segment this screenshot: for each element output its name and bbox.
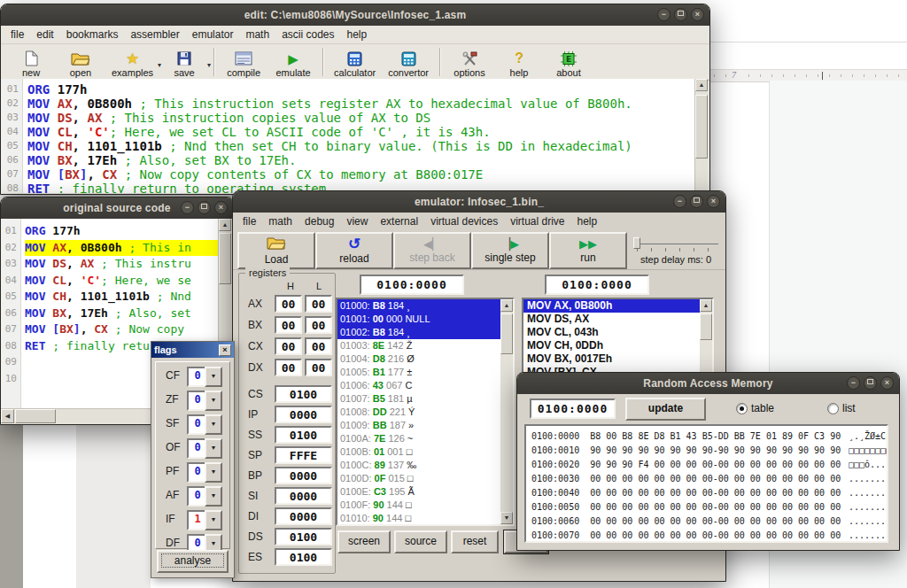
emu-menu-item-debug[interactable]: debug <box>298 213 340 229</box>
menu-item-bookmarks[interactable]: bookmarks <box>60 27 125 43</box>
register-SP-field[interactable]: FFFE <box>275 446 332 464</box>
about-button[interactable]: Eabout <box>544 44 593 80</box>
edit-vscrollbar[interactable]: ▲ <box>694 79 708 193</box>
reset-button[interactable]: reset <box>451 530 499 553</box>
menu-item-help[interactable]: help <box>341 27 374 43</box>
memory-row[interactable]: 01009: BB 187 » <box>337 419 500 432</box>
memory-row[interactable]: 01000: B8 184 ¸ <box>337 299 500 313</box>
emu-menu-item-virtual-devices[interactable]: virtual devices <box>424 213 504 229</box>
register-BX-l-field[interactable]: 00 <box>305 316 332 334</box>
disassembly-row[interactable]: MOV CL, 043h <box>523 326 700 339</box>
register-DI-field[interactable]: 0000 <box>275 507 332 525</box>
scroll-up-icon[interactable]: ▲ <box>695 79 708 91</box>
memory-row[interactable]: 01001: 00 000 NULL <box>337 313 500 326</box>
register-BX-h-field[interactable]: 00 <box>275 316 302 334</box>
source-window-titlebar[interactable]: original source code − × <box>1 197 233 219</box>
screen-button[interactable]: screen <box>337 530 391 553</box>
step-delay-slider[interactable] <box>633 244 718 244</box>
new-button[interactable]: new <box>6 44 56 80</box>
flag-PF-dropdown-icon[interactable]: ▼ <box>205 462 222 483</box>
register-CX-h-field[interactable]: 00 <box>275 337 302 355</box>
scroll-thumb[interactable] <box>500 313 513 354</box>
edit-code-editor[interactable]: 0102030405060708 ORG 177hMOV AX, 0B800h … <box>1 79 708 193</box>
step-delay-thumb[interactable] <box>633 237 640 249</box>
calculator-button[interactable]: calculator <box>328 44 382 80</box>
scroll-up-icon[interactable]: ▲ <box>219 219 231 231</box>
scroll-left-icon[interactable]: ◀ <box>1 409 14 423</box>
compile-button[interactable]: compile <box>219 44 268 80</box>
help-button[interactable]: ?help <box>494 44 544 80</box>
menu-item-assembler[interactable]: assembler <box>124 27 185 43</box>
memory-row[interactable]: 01003: 8E 142 Ž <box>337 339 500 352</box>
scroll-up-icon[interactable]: ▲ <box>500 299 513 312</box>
emu-menu-item-file[interactable]: file <box>236 213 262 229</box>
flag-SF-dropdown-icon[interactable]: ▼ <box>205 414 222 435</box>
memory-row[interactable]: 0100B: 01 001 □ <box>337 445 500 459</box>
source-button[interactable]: source <box>394 530 447 553</box>
emu-menu-item-help[interactable]: help <box>571 213 604 229</box>
menu-item-math[interactable]: math <box>239 27 275 43</box>
scroll-thumb[interactable] <box>695 95 708 159</box>
options-button[interactable]: options <box>445 44 494 80</box>
memory-scrollbar[interactable]: ▲ ▼ <box>500 299 513 524</box>
convertor-button[interactable]: convertor <box>382 44 435 80</box>
memory-row[interactable]: 0100A: 7E 126 ~ <box>337 432 500 445</box>
maximize-icon[interactable] <box>864 376 877 390</box>
disassembly-row[interactable]: MOV CH, 0DDh <box>523 339 700 352</box>
memory-row[interactable]: 0100D: 0F 015 □ <box>337 472 500 485</box>
memory-row[interactable]: 0100F: 90 144 □ <box>337 499 500 512</box>
analyse-button[interactable]: analyse <box>157 550 229 573</box>
memory-row[interactable]: 01002: B8 184 ¸ <box>337 326 500 339</box>
emu-menu-item-virtual-drive[interactable]: virtual drive <box>504 213 570 229</box>
scroll-down-icon[interactable]: ▼ <box>500 512 513 524</box>
register-ES-field[interactable]: 0100 <box>275 548 332 566</box>
register-AX-h-field[interactable]: 00 <box>275 295 302 313</box>
register-BP-field[interactable]: 0000 <box>275 467 332 484</box>
scroll-thumb[interactable] <box>700 313 712 340</box>
memory-row[interactable]: 0100C: 89 137 ‰ <box>337 459 500 472</box>
scroll-thumb[interactable] <box>219 233 231 284</box>
memory-row[interactable]: 01008: DD 221 Ý <box>337 406 500 419</box>
edit-window-titlebar[interactable]: edit: C:\emu8086\MySource\Infosec_1.asm … <box>1 4 709 26</box>
menu-item-edit[interactable]: edit <box>30 27 59 43</box>
emulate-button[interactable]: ▶emulate <box>268 44 318 80</box>
emu-menu-item-external[interactable]: external <box>374 213 424 229</box>
register-SI-field[interactable]: 0000 <box>275 487 332 505</box>
code-area[interactable]: ORG 177hMOV AX, 0B800h ; This instructio… <box>23 79 695 193</box>
close-icon[interactable]: × <box>707 195 720 208</box>
save-button[interactable]: save▾ <box>159 44 209 80</box>
step-back-button[interactable]: ◀▏step back <box>393 232 471 269</box>
emu-menu-item-math[interactable]: math <box>262 213 298 229</box>
memory-row[interactable]: 01010: 90 144 □ <box>337 512 500 525</box>
scroll-thumb[interactable] <box>15 409 56 423</box>
memory-row[interactable]: 01004: D8 216 Ø <box>337 352 500 366</box>
register-DS-field[interactable]: 0100 <box>275 528 332 545</box>
run-button[interactable]: ▶▶run <box>549 232 627 269</box>
close-icon[interactable]: × <box>214 201 228 214</box>
memory-row[interactable]: 0100E: C3 195 Ã <box>337 485 500 499</box>
Load-button[interactable]: Load <box>237 232 315 269</box>
maximize-icon[interactable] <box>690 195 703 208</box>
ram-hex-dump[interactable]: 0100:0000 B8 00 B8 8E D8 B1 43 B5-DD BB … <box>524 424 888 543</box>
memory-row[interactable]: 01006: 43 067 C <box>337 379 500 392</box>
dropdown-arrow-icon[interactable]: ▾ <box>207 61 211 69</box>
minimize-icon[interactable]: − <box>847 376 860 390</box>
maximize-icon[interactable] <box>198 201 211 214</box>
close-icon[interactable]: × <box>691 8 704 21</box>
emulator-window-titlebar[interactable]: emulator: Infosec_1.bin_ − × <box>233 191 725 213</box>
scroll-up-icon[interactable]: ▲ <box>700 299 712 312</box>
flag-OF-dropdown-icon[interactable]: ▼ <box>205 438 222 459</box>
ram-window-titlebar[interactable]: Random Access Memory − × <box>517 373 899 394</box>
disasm-address-field[interactable]: 0100:0000 <box>545 275 649 295</box>
register-DX-l-field[interactable]: 00 <box>305 359 332 376</box>
flag-ZF-dropdown-icon[interactable]: ▼ <box>205 391 222 411</box>
open-button[interactable]: open <box>56 44 105 80</box>
register-CX-l-field[interactable]: 00 <box>305 337 332 355</box>
register-SS-field[interactable]: 0100 <box>275 426 332 444</box>
memory-address-field[interactable]: 0100:0000 <box>360 275 464 295</box>
flags-titlebar[interactable]: flags × <box>151 342 234 358</box>
menu-item-ascii-codes[interactable]: ascii codes <box>275 27 340 43</box>
menu-item-file[interactable]: file <box>4 27 30 43</box>
memory-row[interactable]: 01005: B1 177 ± <box>337 366 500 379</box>
reload-button[interactable]: ↺reload <box>315 232 393 269</box>
